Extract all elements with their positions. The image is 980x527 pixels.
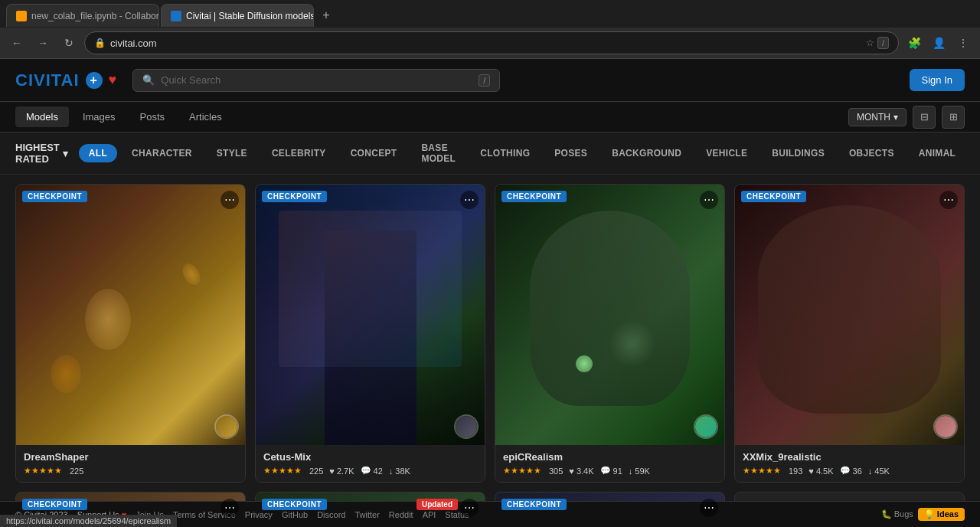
card-rating-count-1: 225 xyxy=(70,466,83,476)
tab-articles[interactable]: Articles xyxy=(178,106,233,127)
address-text: civitai.com xyxy=(110,38,861,49)
logo[interactable]: CIVITAI + ♥ xyxy=(15,70,117,90)
filter-sort: MONTH ▾ ⊟ ⊞ xyxy=(848,106,965,129)
forward-button[interactable]: → xyxy=(32,32,54,54)
card-title-epicrealism: epiCRealism xyxy=(503,451,717,463)
category-vehicle[interactable]: VEHICLE xyxy=(696,144,757,162)
heart-icon-3: ♥ xyxy=(569,466,574,476)
likes-value-4: 4.5K xyxy=(816,466,834,476)
downloads-value-3: 59K xyxy=(635,466,650,476)
sign-in-button[interactable]: Sign In xyxy=(910,69,965,91)
site-header: CIVITAI + ♥ 🔍 / Sign In xyxy=(0,59,980,102)
model-card-dreamshaper[interactable]: CHECKPOINT ⋯ DreamShaper ★★★★★ 225 xyxy=(15,184,246,483)
back-button[interactable]: ← xyxy=(6,32,28,54)
card-rating-count-2: 225 xyxy=(309,466,323,476)
reddit-link[interactable]: Reddit xyxy=(389,510,413,519)
card-likes-4: ♥ 4.5K xyxy=(808,466,833,476)
comments-value-2: 42 xyxy=(374,466,383,476)
api-link[interactable]: API xyxy=(423,510,436,519)
ideas-button[interactable]: 💡 Ideas xyxy=(918,508,965,521)
card-menu-button-b1[interactable]: ⋯ xyxy=(220,499,239,517)
tab-new-button[interactable]: + xyxy=(315,5,337,26)
category-all[interactable]: ALL xyxy=(79,144,117,162)
tab-posts-label: Posts xyxy=(140,111,165,123)
category-style-label: STYLE xyxy=(217,148,247,159)
card-menu-button-1[interactable]: ⋯ xyxy=(220,191,239,209)
comments-value-3: 91 xyxy=(613,466,622,476)
card-image-cetus-mix: CHECKPOINT ⋯ xyxy=(256,185,485,445)
period-chevron-icon: ▾ xyxy=(893,112,898,123)
download-icon-4: ↓ xyxy=(868,466,873,476)
logo-heart-icon[interactable]: ♥ xyxy=(109,72,118,88)
period-sort-button[interactable]: MONTH ▾ xyxy=(848,108,906,126)
category-animal[interactable]: ANIMAL xyxy=(909,144,965,162)
card-menu-button-2[interactable]: ⋯ xyxy=(460,191,479,209)
tab-jupyter[interactable]: new_colab_file.ipynb - Collabora... × xyxy=(6,4,159,27)
category-buildings[interactable]: BUILDINGS xyxy=(762,144,835,162)
layout-button[interactable]: ⊞ xyxy=(942,106,965,129)
filter-button[interactable]: ⊟ xyxy=(913,106,936,129)
category-celebrity[interactable]: CELEBRITY xyxy=(262,144,336,162)
download-icon-3: ↓ xyxy=(629,466,633,476)
tab-civitai[interactable]: Civitai | Stable Diffusion models... × xyxy=(161,4,314,27)
card-menu-button-4[interactable]: ⋯ xyxy=(939,191,958,209)
card-footer-epicrealism: epiCRealism ★★★★★ 305 ♥ 3.4K 💬 91 ↓ 59K xyxy=(495,445,724,482)
card-image-epicrealism: CHECKPOINT ⋯ xyxy=(495,185,724,445)
menu-button[interactable]: ⋮ xyxy=(952,32,974,54)
avatar-img-2 xyxy=(456,416,477,437)
category-objects-label: OBJECTS xyxy=(849,148,894,159)
tab-posts[interactable]: Posts xyxy=(129,106,176,127)
category-objects[interactable]: OBJECTS xyxy=(839,144,904,162)
tab-models[interactable]: Models xyxy=(15,106,69,127)
discord-link[interactable]: Discord xyxy=(317,510,345,519)
logo-plus-button[interactable]: + xyxy=(86,72,103,89)
card-stats-epicrealism: ★★★★★ 305 ♥ 3.4K 💬 91 ↓ 59K xyxy=(503,466,717,476)
twitter-link[interactable]: Twitter xyxy=(354,510,379,519)
checkpoint-badge-b3: CHECKPOINT xyxy=(501,499,567,510)
card-menu-button-b2[interactable]: ⋯ xyxy=(460,499,479,517)
category-background[interactable]: BACKGROUND xyxy=(602,144,691,162)
refresh-button[interactable]: ↻ xyxy=(58,32,80,54)
category-vehicle-label: VEHICLE xyxy=(706,148,747,159)
card-menu-button-b3[interactable]: ⋯ xyxy=(700,499,718,517)
comment-icon-2: 💬 xyxy=(361,466,371,476)
model-card-epicrealism[interactable]: CHECKPOINT ⋯ epiCRealism ★★★★★ 305 ♥ 3.4… xyxy=(495,184,725,483)
comments-value-4: 36 xyxy=(853,466,862,476)
category-poses-label: POSES xyxy=(554,148,587,159)
bookmark-icon[interactable]: ☆ xyxy=(866,38,874,48)
comment-icon-4: 💬 xyxy=(840,466,851,476)
extensions-button[interactable]: 🧩 xyxy=(903,32,925,54)
category-base-model[interactable]: BASE MODEL xyxy=(411,139,466,168)
downloads-value-4: 45K xyxy=(874,466,890,476)
category-poses[interactable]: POSES xyxy=(544,144,597,162)
github-link[interactable]: GitHub xyxy=(282,510,308,519)
search-shortcut: / xyxy=(479,74,490,87)
avatar-img-3 xyxy=(695,416,717,437)
heart-icon-2: ♥ xyxy=(329,466,335,476)
layout-icon: ⊞ xyxy=(949,111,958,123)
privacy-link[interactable]: Privacy xyxy=(245,510,273,519)
tab-images[interactable]: Images xyxy=(72,106,126,127)
back-icon: ← xyxy=(11,37,22,49)
bugs-button[interactable]: 🐛 Bugs xyxy=(881,509,913,519)
search-input[interactable] xyxy=(161,74,472,86)
logo-text: CIVITAI xyxy=(15,70,80,90)
address-icons: ☆ / xyxy=(866,37,889,49)
category-character[interactable]: CHARACTER xyxy=(122,144,202,162)
category-concept[interactable]: CONCEPT xyxy=(341,144,407,162)
decor-butterfly xyxy=(51,355,81,393)
download-icon-2: ↓ xyxy=(389,466,394,476)
address-bar[interactable]: 🔒 civitai.com ☆ / xyxy=(84,31,899,54)
category-style[interactable]: STYLE xyxy=(207,144,257,162)
model-card-xxmix[interactable]: CHECKPOINT ⋯ XXMix_9realistic ★★★★★ 193 … xyxy=(734,184,965,483)
profile-button[interactable]: 👤 xyxy=(928,32,949,54)
category-clothing[interactable]: CLOTHING xyxy=(470,144,540,162)
highest-rated-button[interactable]: HIGHEST RATED ▾ xyxy=(15,139,68,168)
category-tool[interactable]: TOOL xyxy=(970,144,980,162)
refresh-icon: ↻ xyxy=(64,37,74,49)
avatar-img-1 xyxy=(216,416,237,437)
category-character-label: CHARACTER xyxy=(132,148,192,159)
model-card-cetus-mix[interactable]: CHECKPOINT ⋯ Cetus-Mix ★★★★★ 225 ♥ 2.7K xyxy=(255,184,485,483)
card-menu-button-3[interactable]: ⋯ xyxy=(700,191,718,209)
category-clothing-label: CLOTHING xyxy=(480,148,530,159)
